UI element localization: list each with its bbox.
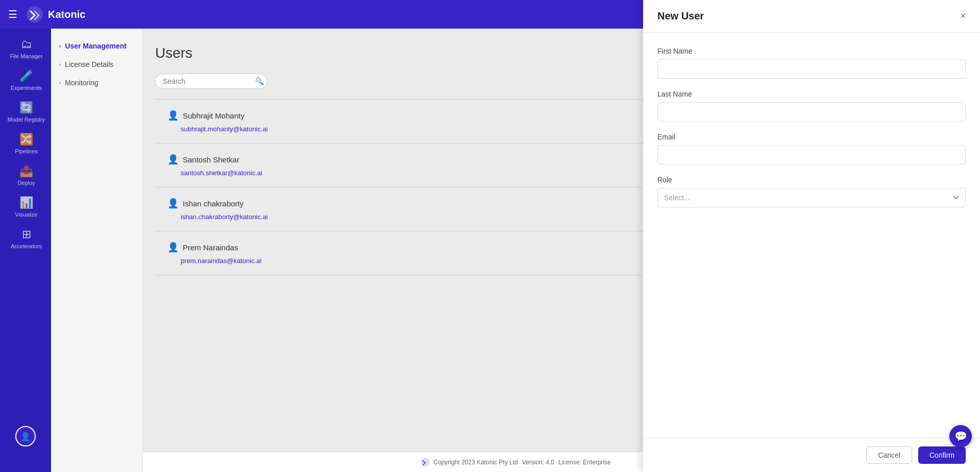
confirm-button[interactable]: Confirm <box>918 446 966 464</box>
footer-logo: Copyright 2023 Katonic Pty Ltd <box>420 457 518 467</box>
first-name-group: First Name <box>657 47 966 79</box>
sec-item-label: Monitoring <box>65 79 98 87</box>
chevron-right-icon: › <box>59 80 61 86</box>
panel-body: First Name Last Name Email Role Select..… <box>643 33 980 438</box>
search-bar-container: 🔍 <box>155 74 267 89</box>
user-display-name-3: Ishan chakraborty <box>183 199 243 208</box>
last-name-group: Last Name <box>657 90 966 122</box>
last-name-input[interactable] <box>657 102 966 122</box>
sec-item-monitoring[interactable]: › Monitoring <box>51 74 142 92</box>
file-manager-icon: 🗂 <box>21 38 32 51</box>
sec-item-label: License Details <box>65 60 113 68</box>
logo-text: Katonic <box>48 9 85 20</box>
cancel-button[interactable]: Cancel <box>866 446 912 464</box>
footer-version: Version: 4.0 <box>522 459 554 466</box>
sec-item-license-details[interactable]: › License Details <box>51 55 142 74</box>
role-group: Role Select... Admin User Viewer <box>657 176 966 207</box>
experiments-icon: 🧪 <box>19 69 33 83</box>
user-avatar-icon-4: 👤 <box>167 242 179 253</box>
sidebar: 🗂 File Manager 🧪 Experiments 🔄 Model Reg… <box>0 29 51 472</box>
email-input[interactable] <box>657 145 966 164</box>
avatar-icon: 👤 <box>20 432 31 441</box>
user-display-name-1: Subhrajit Mohanty <box>183 111 244 120</box>
user-display-name-4: Prem Naraindas <box>183 243 238 252</box>
user-name-2: 👤 Santosh Shetkar <box>167 154 239 165</box>
user-avatar-icon-2: 👤 <box>167 154 179 165</box>
sec-item-label: User Management <box>65 42 127 50</box>
pipelines-icon: 🔀 <box>19 133 33 146</box>
sidebar-item-label: File Manager <box>10 53 42 59</box>
user-name-4: 👤 Prem Naraindas <box>167 242 238 253</box>
sidebar-item-label: Model Registry <box>8 116 45 123</box>
user-avatar-icon-3: 👤 <box>167 198 179 209</box>
sidebar-item-accelerators[interactable]: ⊞ Accelerators <box>0 223 51 254</box>
sidebar-item-model-registry[interactable]: 🔄 Model Registry <box>0 96 51 128</box>
sidebar-item-experiments[interactable]: 🧪 Experiments <box>0 64 51 96</box>
user-name-1: 👤 Subhrajit Mohanty <box>167 110 244 121</box>
last-name-label: Last Name <box>657 90 966 98</box>
first-name-input[interactable] <box>657 59 966 79</box>
logo-icon <box>26 5 44 23</box>
chevron-right-icon: › <box>59 43 61 49</box>
sidebar-item-file-manager[interactable]: 🗂 File Manager <box>0 33 51 64</box>
user-avatar-icon-1: 👤 <box>167 110 179 121</box>
sidebar-item-pipelines[interactable]: 🔀 Pipelines <box>0 128 51 159</box>
sidebar-item-label: Accelerators <box>11 243 42 249</box>
visualize-icon: 📊 <box>19 196 33 209</box>
deploy-icon: 📤 <box>19 164 33 178</box>
role-label: Role <box>657 176 966 184</box>
chat-button[interactable]: 💬 <box>949 425 972 447</box>
sidebar-item-label: Visualize <box>15 211 38 218</box>
model-registry-icon: 🔄 <box>19 101 33 114</box>
panel-close-button[interactable]: × <box>960 11 966 21</box>
secondary-sidebar: › User Management › License Details › Mo… <box>51 29 143 472</box>
accelerators-icon: ⊞ <box>22 228 31 241</box>
panel-footer: Cancel Confirm <box>643 438 980 472</box>
user-display-name-2: Santosh Shetkar <box>183 155 239 164</box>
role-select[interactable]: Select... Admin User Viewer <box>657 188 966 207</box>
search-icon: 🔍 <box>255 77 264 85</box>
hamburger-menu[interactable]: ☰ <box>8 8 17 20</box>
admin-avatar[interactable]: 👤 <box>15 426 36 446</box>
first-name-label: First Name <box>657 47 966 55</box>
footer-copyright: Copyright 2023 Katonic Pty Ltd <box>433 459 518 466</box>
footer-license: License: Enterprise <box>558 459 611 466</box>
sidebar-item-visualize[interactable]: 📊 Visualize <box>0 191 51 223</box>
sidebar-item-label: Deploy <box>17 180 35 186</box>
panel-title: New User <box>657 10 704 22</box>
chevron-right-icon: › <box>59 62 61 67</box>
sidebar-item-deploy[interactable]: 📤 Deploy <box>0 159 51 191</box>
svg-point-1 <box>421 458 430 467</box>
new-user-panel: New User × First Name Last Name Email Ro… <box>643 0 980 472</box>
chat-icon: 💬 <box>954 430 967 442</box>
user-name-3: 👤 Ishan chakraborty <box>167 198 243 209</box>
sec-item-user-management[interactable]: › User Management <box>51 37 142 55</box>
panel-header: New User × <box>643 0 980 33</box>
sidebar-item-label: Pipelines <box>15 148 38 154</box>
footer-logo-icon <box>420 457 430 467</box>
sidebar-item-label: Experiments <box>11 85 42 91</box>
email-label: Email <box>657 133 966 141</box>
email-group: Email <box>657 133 966 164</box>
search-input[interactable] <box>163 77 252 85</box>
logo: Katonic <box>26 5 85 23</box>
